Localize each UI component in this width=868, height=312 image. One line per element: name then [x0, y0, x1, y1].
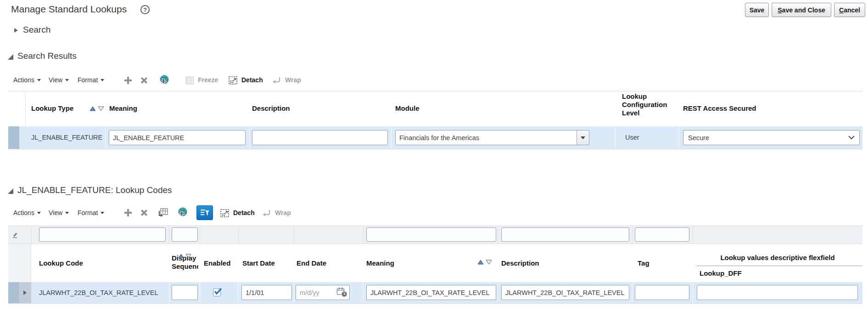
detach-button[interactable]: Detach [241, 76, 263, 84]
filter-cell-divider [363, 226, 364, 244]
view-menu-label: View [49, 76, 62, 84]
sort-ascending-icon[interactable] [178, 254, 184, 258]
date-picker-icon[interactable] [336, 287, 348, 298]
wrap-icon [262, 209, 272, 218]
meaning-input[interactable] [366, 285, 496, 300]
cell-divider [238, 282, 239, 303]
results-table-bottom-border [8, 149, 862, 149]
cell-divider [679, 126, 679, 149]
filter-cell-divider [31, 226, 32, 244]
search-expand-icon[interactable] [14, 28, 18, 33]
add-row-icon[interactable] [123, 208, 133, 218]
results-table-top-border [8, 91, 862, 91]
column-header-display-sequence[interactable]: Display Sequence [172, 254, 198, 272]
view-menu-label: View [49, 209, 62, 216]
lookup-codes-section-header[interactable]: JL_ENABLE_FEATURE: Lookup Codes [17, 185, 172, 195]
globe-add-icon[interactable] [177, 207, 189, 219]
sort-descending-icon[interactable] [98, 106, 104, 111]
actions-menu-label: Actions [13, 76, 34, 84]
column-header-lookup-code[interactable]: Lookup Code [39, 259, 83, 267]
column-header-description[interactable]: Description [252, 104, 290, 112]
filter-description-input[interactable] [501, 227, 629, 242]
row-expand-icon [23, 290, 27, 295]
save-and-close-button[interactable]: Save and Close [772, 3, 831, 17]
query-by-example-button[interactable] [196, 205, 213, 220]
column-header-tag[interactable]: Tag [638, 259, 650, 267]
column-header-enabled[interactable]: Enabled [204, 259, 230, 267]
column-header-start-date[interactable]: Start Date [242, 259, 275, 267]
codes-format-menu[interactable]: Format [78, 209, 104, 216]
lookup-code-cell: JLARWHT_22B_OI_TAX_RATE_LEVEL [39, 289, 158, 296]
codes-table-bottom-border [8, 303, 862, 304]
row-selection-strip[interactable] [8, 126, 19, 149]
meaning-input[interactable] [109, 130, 246, 145]
sort-descending-icon[interactable] [185, 254, 191, 258]
search-section-header[interactable]: Search [23, 25, 50, 35]
sort-ascending-icon[interactable] [477, 260, 484, 265]
column-header-rest-access-secured[interactable]: REST Access Secured [683, 104, 756, 112]
rest-access-secured-value: Secure [688, 134, 709, 142]
delete-row-icon[interactable] [139, 208, 149, 218]
format-menu-label: Format [78, 76, 98, 84]
module-combobox-input[interactable] [395, 130, 577, 145]
cell-divider [105, 126, 106, 149]
codes-actions-menu[interactable]: Actions [13, 209, 41, 216]
column-header-end-date[interactable]: End Date [297, 259, 326, 267]
filter-display-sequence-input[interactable] [172, 227, 198, 242]
filter-lookup-code-input[interactable] [39, 227, 166, 242]
delete-row-icon[interactable] [139, 75, 149, 85]
display-sequence-input[interactable] [172, 285, 198, 300]
format-menu-label: Format [78, 209, 98, 216]
cell-divider [498, 282, 498, 303]
tag-input[interactable] [635, 285, 689, 300]
column-header-lookup-type[interactable]: Lookup Type [31, 104, 73, 112]
column-header-module[interactable]: Module [395, 104, 420, 112]
results-format-menu[interactable]: Format [78, 76, 104, 84]
cancel-button[interactable]: Cancel [834, 3, 865, 17]
cell-divider [200, 282, 200, 303]
freeze-icon [185, 76, 195, 85]
column-header-meaning[interactable]: Meaning [366, 259, 394, 267]
row-selection-strip[interactable] [8, 282, 19, 303]
start-date-input[interactable] [241, 285, 292, 300]
search-results-section-header[interactable]: Search Results [17, 51, 77, 61]
detach-button[interactable]: Detach [233, 209, 255, 216]
cancel-label: Cancel [839, 6, 860, 14]
code-description-input[interactable] [501, 285, 629, 300]
codes-header-row-header [8, 244, 31, 282]
manage-standard-lookups-page: Manage Standard Lookups ? Save Save and … [0, 0, 868, 312]
cell-divider [632, 282, 633, 303]
module-dropdown-button[interactable] [577, 130, 589, 145]
dff-group-divider [696, 266, 862, 266]
save-button[interactable]: Save [745, 3, 769, 17]
column-header-meaning[interactable]: Meaning [109, 104, 137, 112]
filter-meaning-input[interactable] [366, 227, 496, 242]
cell-divider [363, 282, 364, 303]
freeze-button: Freeze [198, 76, 218, 84]
globe-add-icon[interactable] [159, 74, 171, 86]
results-actions-menu[interactable]: Actions [13, 76, 41, 84]
filter-cell-divider [498, 226, 498, 244]
actions-menu-label: Actions [13, 209, 34, 216]
lookup-codes-collapse-icon[interactable] [7, 188, 14, 194]
sort-descending-icon[interactable] [486, 260, 492, 265]
cell-divider [391, 126, 392, 149]
rest-access-secured-select[interactable]: Secure [683, 130, 860, 145]
row-expand-cell[interactable] [19, 282, 31, 303]
wrap-button: Wrap [285, 76, 301, 84]
help-icon[interactable]: ? [140, 5, 150, 14]
save-button-label: Save [750, 6, 765, 14]
codes-view-menu[interactable]: View [49, 209, 69, 216]
filter-tag-input[interactable] [635, 227, 689, 242]
search-results-collapse-icon[interactable] [7, 54, 14, 60]
results-view-menu[interactable]: View [49, 76, 69, 84]
enabled-checkbox[interactable] [213, 289, 221, 296]
add-row-icon[interactable] [123, 75, 133, 85]
column-header-description[interactable]: Description [501, 259, 539, 267]
lookup-dff-input[interactable] [697, 285, 858, 300]
grid-action-icon[interactable] [157, 207, 168, 218]
sort-ascending-icon[interactable] [90, 106, 96, 111]
description-input[interactable] [252, 130, 388, 145]
column-header-lookup-configuration-level[interactable]: Lookup Configuration Level [622, 92, 673, 117]
column-header-lookup-dff[interactable]: Lookup_DFF [700, 269, 742, 277]
